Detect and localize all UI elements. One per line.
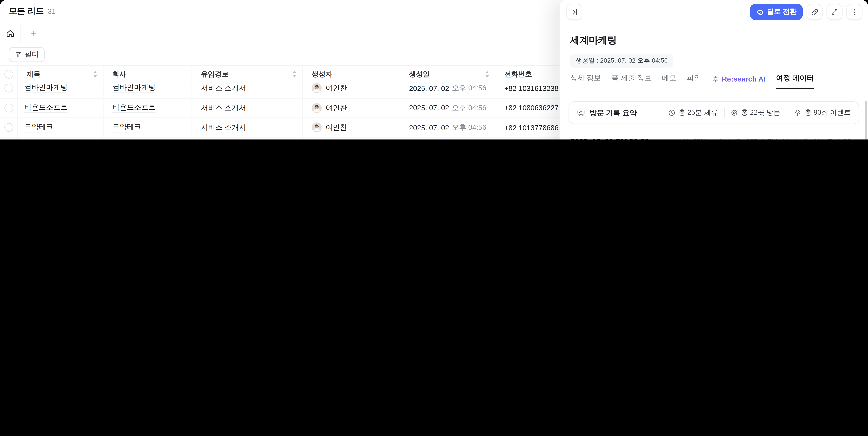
plus-icon <box>30 29 38 37</box>
row-checkbox[interactable] <box>4 104 13 112</box>
home-icon <box>6 29 14 37</box>
created-date-pill: 생성일 : 2025. 07. 02 오후 04:56 <box>570 54 673 67</box>
creator-avatar <box>312 123 321 133</box>
clock-icon <box>682 138 689 140</box>
creator-avatar <box>312 83 321 93</box>
sort-icon[interactable] <box>485 71 489 78</box>
activity-icon <box>802 137 810 140</box>
tab-home-view[interactable] <box>0 23 21 43</box>
activity-icon <box>793 109 801 117</box>
kebab-icon <box>851 8 859 16</box>
column-header-source[interactable]: 유입경로 <box>192 66 303 83</box>
lead-created: 2025. 07. 02오후 04:56 <box>400 118 495 137</box>
collapse-right-icon <box>570 8 578 16</box>
handshake-icon <box>756 8 764 16</box>
column-header-company[interactable]: 회사 <box>103 66 192 83</box>
panel-tab[interactable]: 메모 <box>662 73 676 89</box>
link-icon <box>811 8 818 16</box>
table-row[interactable]: 도약테크 도약테크 서비스 소개서 여인찬 2025. 07. 02오후 04:… <box>0 118 626 138</box>
summary-stat: 총 25분 체류 <box>668 108 718 117</box>
table-row[interactable]: 글로벌팩토리 글로벌팩토리 서비스 소개서 여인찬 2025. 07. 02오후… <box>0 138 626 140</box>
summary-stat: 총 90회 이벤트 <box>786 108 851 117</box>
panel-header: 딜로 전환 <box>560 0 868 25</box>
row-checkbox[interactable] <box>4 123 13 132</box>
lead-count-badge: 31 <box>48 7 56 16</box>
copy-link-button[interactable] <box>807 4 823 20</box>
select-all-checkbox[interactable] <box>4 70 13 79</box>
panel-scrollbar[interactable] <box>865 101 867 140</box>
expand-button[interactable] <box>827 4 843 20</box>
lead-company: 컴바인마케팅 <box>113 83 156 93</box>
eye-icon <box>735 137 743 140</box>
column-header-created[interactable]: 생성일 <box>400 66 495 83</box>
add-view-button[interactable] <box>30 29 38 37</box>
table-row[interactable]: 컴바인마케팅 컴바인마케팅 서비스 소개서 여인찬 2025. 07. 02오후… <box>0 83 626 98</box>
convert-to-deal-button[interactable]: 딜로 전환 <box>750 4 803 20</box>
lead-source: 서비스 소개서 <box>192 138 303 140</box>
lead-created: 2025. 07. 02오후 04:56 <box>400 83 495 98</box>
panel-tab[interactable]: 파일 <box>687 73 701 89</box>
funnel-icon <box>15 51 22 58</box>
lead-source: 서비스 소개서 <box>192 98 303 117</box>
target-icon <box>731 109 738 116</box>
creator-avatar <box>312 103 321 113</box>
clock-icon <box>668 109 675 116</box>
lead-source: 서비스 소개서 <box>192 118 303 137</box>
row-checkbox[interactable] <box>4 84 13 93</box>
lead-company: 도약테크 <box>113 122 141 133</box>
board-icon <box>577 109 585 117</box>
page-title: 모든 리드 <box>9 6 44 17</box>
sparkle-icon <box>712 75 719 83</box>
session-date: 2025. 06. 11 PM 06:08 <box>570 137 649 140</box>
panel-tab[interactable]: Re:search AI <box>712 75 766 89</box>
creator-name: 여인찬 <box>326 103 347 113</box>
collapse-panel-button[interactable] <box>566 4 582 20</box>
lead-title-link[interactable]: 비욘드소프트 <box>25 103 68 113</box>
summary-stat: 총 22곳 방문 <box>724 108 780 117</box>
lead-company: 비욘드소프트 <box>113 103 156 113</box>
expand-icon <box>831 8 838 16</box>
visit-summary-card: 방문 기록 요약 총 25분 체류 총 22곳 방문 <box>568 101 859 124</box>
table-row[interactable]: 비욘드소프트 비욘드소프트 서비스 소개서 여인찬 2025. 07. 02오후… <box>0 98 626 118</box>
journey-content: 방문 기록 요약 총 25분 체류 총 22곳 방문 <box>560 101 868 140</box>
crm-window: 모든 리드 31 필터 제목 회사 <box>0 0 868 140</box>
session-stat: 22페이지 방문 <box>728 137 789 140</box>
sort-icon[interactable] <box>292 71 297 78</box>
more-options-button[interactable] <box>846 4 863 20</box>
session-header: 2025. 06. 11 PM 06:08 25분 체류 22페이지 방문 <box>568 137 859 140</box>
column-header-title[interactable]: 제목 <box>18 66 103 83</box>
creator-name: 여인찬 <box>326 83 347 93</box>
table-header: 제목 회사 유입경로 생성자 생성일 전화번호 <box>0 65 626 83</box>
filter-button[interactable]: 필터 <box>9 47 45 62</box>
session-stat: 이벤트 수 90회 <box>795 137 857 140</box>
lead-title-link[interactable]: 도약테크 <box>25 122 53 133</box>
sort-icon[interactable] <box>93 71 97 78</box>
panel-tab[interactable]: 폼 제출 정보 <box>612 73 651 89</box>
summary-stats: 총 25분 체류 총 22곳 방문 총 90회 이벤트 <box>668 108 851 117</box>
header-checkbox-cell[interactable] <box>0 66 18 83</box>
column-header-creator[interactable]: 생성자 <box>303 66 400 83</box>
panel-tab[interactable]: 상세 정보 <box>570 73 601 89</box>
lead-created: 2025. 07. 02오후 04:56 <box>400 138 495 140</box>
panel-tab[interactable]: 여정 데이터 <box>776 73 814 89</box>
session-stat: 25분 체류 <box>682 137 722 140</box>
lead-created: 2025. 07. 02오후 04:56 <box>400 98 495 117</box>
panel-tab-bar: 상세 정보 폼 제출 정보 메모 파일 <box>560 74 868 89</box>
creator-name: 여인찬 <box>326 123 347 133</box>
lead-name-title: 세계마케팅 <box>570 34 858 47</box>
session-stats: 25분 체류 22페이지 방문 이벤트 수 90회 <box>682 137 857 140</box>
lead-source: 서비스 소개서 <box>192 83 303 98</box>
lead-detail-panel: 딜로 전환 세계마케팅 생성일 : 2025. 07. 02 오후 04:56 <box>559 0 868 140</box>
lead-title-link[interactable]: 컴바인마케팅 <box>25 83 68 93</box>
